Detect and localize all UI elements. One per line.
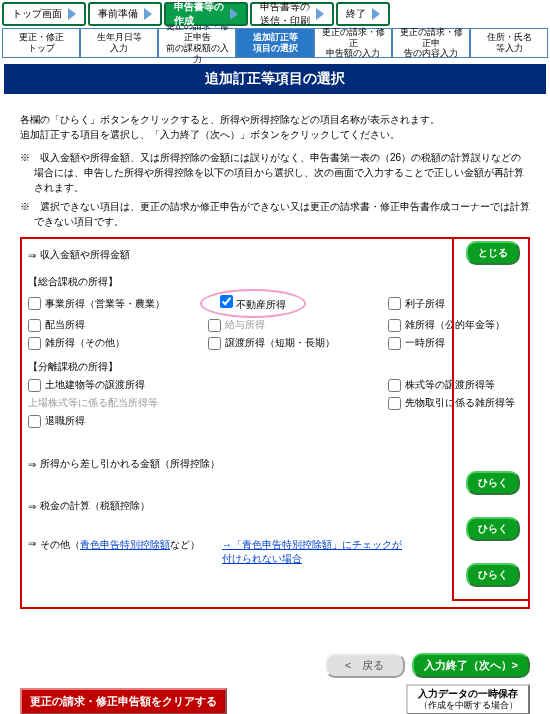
- checkbox-label: 株式等の譲渡所得等: [405, 378, 495, 392]
- group1-title: 【総合課税の所得】: [28, 275, 522, 289]
- subnav-tab[interactable]: 住所・氏名等入力: [470, 28, 548, 58]
- checkbox-label: 事業所得（営業等・農業）: [45, 297, 165, 311]
- blue-deduction-link[interactable]: 青色申告特別控除額: [80, 539, 170, 550]
- section-other: ⇒ その他（青色申告特別控除額など） →「青色申告特別控除額」にチェックが付けら…: [28, 538, 522, 566]
- subnav-tab[interactable]: 生年月日等入力: [80, 28, 158, 58]
- top-nav: トップ画面事前準備申告書等の作成申告書等の送信・印刷終了: [0, 0, 550, 28]
- note-2: ※ 選択できない項目は、更正の請求か修正申告ができない又は更正の請求書・修正申告…: [20, 199, 530, 229]
- checkbox-item[interactable]: 事業所得（営業等・農業）: [28, 293, 208, 314]
- sub-nav: 更正・修正トップ生年月日等入力更正の請求・修正申告前の課税額の入力追加訂正等項目…: [0, 28, 550, 60]
- section-tax: ⇒ 税金の計算（税額控除） ひらく: [28, 496, 522, 516]
- subnav-tab[interactable]: 更正・修正トップ: [2, 28, 80, 58]
- checkbox[interactable]: [208, 337, 221, 350]
- checkbox[interactable]: [208, 319, 221, 332]
- checkbox[interactable]: [28, 379, 41, 392]
- checkbox-item[interactable]: 雑所得（その他）: [28, 336, 208, 350]
- intro-text: 各欄の「ひらく」ボタンをクリックすると、所得や所得控除などの項目名称が表示されま…: [20, 112, 530, 142]
- checkbox[interactable]: [28, 415, 41, 428]
- checkbox[interactable]: [28, 319, 41, 332]
- checkbox-item[interactable]: 不動産所得: [208, 293, 388, 314]
- checkbox[interactable]: [388, 397, 401, 410]
- checkbox[interactable]: [388, 319, 401, 332]
- checkbox-label: 雑所得（公的年金等）: [405, 318, 505, 332]
- subnav-tab[interactable]: 更正の請求・修正申告の内容入力: [392, 28, 470, 58]
- checkbox-label: 一時所得: [405, 336, 445, 350]
- checkbox-label: 退職所得: [45, 414, 85, 428]
- checkbox-item[interactable]: 譲渡所得（短期・長期）: [208, 336, 388, 350]
- checkbox-item[interactable]: 配当所得: [28, 318, 208, 332]
- topnav-tab[interactable]: 事前準備: [88, 2, 162, 26]
- open-button-tax[interactable]: ひらく: [466, 517, 520, 541]
- checkbox-item[interactable]: 株式等の譲渡所得等: [388, 378, 518, 392]
- close-button[interactable]: とじる: [466, 241, 520, 265]
- open-button-deduct[interactable]: ひらく: [466, 471, 520, 495]
- topnav-tab[interactable]: 申告書等の送信・印刷: [250, 2, 334, 26]
- section-income: ⇒ 収入金額や所得金額 とじる: [28, 245, 522, 265]
- checkbox[interactable]: [388, 379, 401, 392]
- checkbox-item[interactable]: 先物取引に係る雑所得等: [388, 396, 518, 410]
- topnav-tab[interactable]: 申告書等の作成: [164, 2, 248, 26]
- checkbox-label: 配当所得: [45, 318, 85, 332]
- checkbox-item[interactable]: 一時所得: [388, 336, 518, 350]
- checkbox-item: [208, 396, 388, 410]
- checkbox-item[interactable]: 利子所得: [388, 293, 518, 314]
- checkbox-label: 先物取引に係る雑所得等: [405, 396, 515, 410]
- faq-link[interactable]: →「青色申告特別控除額」にチェックが付けられない場合: [222, 539, 402, 564]
- checkbox-item[interactable]: 土地建物等の譲渡所得: [28, 378, 208, 392]
- checkbox[interactable]: [388, 337, 401, 350]
- checkbox-label: 譲渡所得（短期・長期）: [225, 336, 335, 350]
- checkbox[interactable]: [388, 297, 401, 310]
- footer-buttons: < 戻る 入力終了（次へ）>: [0, 647, 550, 684]
- clear-button[interactable]: 更正の請求・修正申告額をクリアする: [20, 688, 227, 714]
- section-deduct: ⇒ 所得から差し引かれる金額（所得控除） ひらく: [28, 454, 522, 474]
- checkbox-label: 雑所得（その他）: [45, 336, 125, 350]
- checkbox-item[interactable]: 上場株式等に係る配当所得等: [28, 396, 208, 410]
- topnav-tab[interactable]: 終了: [336, 2, 390, 26]
- main-box: ⇒ 収入金額や所得金額 とじる 【総合課税の所得】 事業所得（営業等・農業） 不…: [20, 237, 530, 609]
- next-button[interactable]: 入力終了（次へ）>: [412, 653, 530, 678]
- page-title: 追加訂正等項目の選択: [4, 64, 546, 94]
- checkbox[interactable]: [28, 297, 41, 310]
- group2-title: 【分離課税の所得】: [28, 360, 522, 374]
- open-button-other[interactable]: ひらく: [466, 563, 520, 587]
- group1-grid: 事業所得（営業等・農業） 不動産所得利子所得配当所得給与所得雑所得（公的年金等）…: [28, 293, 522, 350]
- group2-grid: 土地建物等の譲渡所得株式等の譲渡所得等上場株式等に係る配当所得等先物取引に係る雑…: [28, 378, 522, 428]
- checkbox-label: 上場株式等に係る配当所得等: [28, 396, 158, 410]
- checkbox-label: 給与所得: [225, 318, 265, 332]
- checkbox-item[interactable]: 退職所得: [28, 414, 208, 428]
- checkbox-item[interactable]: 給与所得: [208, 318, 388, 332]
- subnav-tab[interactable]: 更正の請求・修正申告前の課税額の入力: [158, 28, 236, 58]
- checkbox-item: [208, 378, 388, 392]
- checkbox-label: 利子所得: [405, 297, 445, 311]
- checkbox[interactable]: [28, 337, 41, 350]
- subnav-tab[interactable]: 追加訂正等項目の選択: [236, 28, 314, 58]
- checkbox[interactable]: [220, 295, 233, 308]
- save-button[interactable]: 入力データの一時保存（作成を中断する場合）: [406, 684, 530, 714]
- subnav-tab[interactable]: 更正の請求・修正申告額の入力: [314, 28, 392, 58]
- checkbox-item[interactable]: 雑所得（公的年金等）: [388, 318, 518, 332]
- back-button[interactable]: < 戻る: [325, 653, 404, 678]
- note-1: ※ 収入金額や所得金額、又は所得控除の金額には誤りがなく、申告書第一表の（26）…: [20, 150, 530, 195]
- checkbox-label: 土地建物等の譲渡所得: [45, 378, 145, 392]
- topnav-tab[interactable]: トップ画面: [2, 2, 86, 26]
